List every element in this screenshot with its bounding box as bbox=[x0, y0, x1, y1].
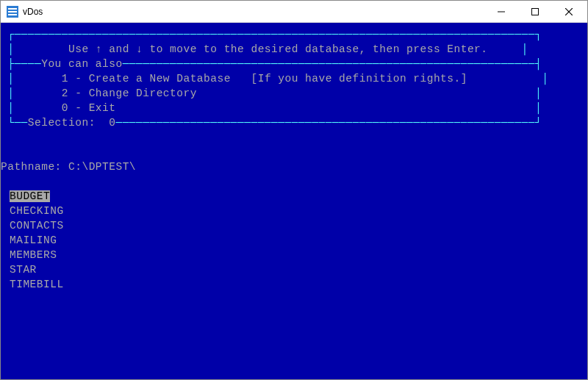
box-top: ┌───────────────────────────────────────… bbox=[1, 27, 587, 42]
maximize-button[interactable] bbox=[518, 1, 552, 23]
database-list[interactable]: BUDGET CHECKINGCONTACTSMAILINGMEMBERSSTA… bbox=[10, 189, 587, 292]
database-item[interactable]: STAR bbox=[10, 262, 587, 277]
database-item[interactable]: MEMBERS bbox=[10, 248, 587, 262]
option-row-3[interactable]: │ 0 - Exit │ bbox=[1, 101, 587, 115]
svg-rect-2 bbox=[8, 11, 17, 12]
database-item[interactable]: MAILING bbox=[10, 233, 587, 248]
database-item[interactable]: TIMEBILL bbox=[10, 277, 587, 292]
pathname-line: Pathname: C:\DPTEST\ bbox=[1, 159, 587, 174]
dos-screen: ┌───────────────────────────────────────… bbox=[1, 23, 587, 379]
box-bottom: └──Selection: 0─────────────────────────… bbox=[1, 115, 587, 130]
blank-3 bbox=[1, 174, 587, 189]
blank-1 bbox=[1, 130, 587, 145]
instruction-line: │ Use ↑ and ↓ to move to the desired dat… bbox=[1, 42, 587, 57]
database-item[interactable]: CHECKING bbox=[10, 204, 587, 218]
window-title: vDos bbox=[23, 7, 43, 17]
titlebar: vDos bbox=[1, 1, 587, 23]
option-row-1[interactable]: │ 1 - Create a New Database [If you have… bbox=[1, 71, 587, 86]
minimize-button[interactable] bbox=[484, 1, 518, 23]
close-button[interactable] bbox=[552, 1, 586, 23]
svg-rect-1 bbox=[8, 8, 17, 10]
pathname-value: C:\DPTEST\ bbox=[68, 161, 136, 173]
option-row-2[interactable]: │ 2 - Change Directory │ bbox=[1, 86, 587, 101]
blank-2 bbox=[1, 145, 587, 159]
box-sep: ├────You can also───────────────────────… bbox=[1, 57, 587, 71]
svg-rect-3 bbox=[8, 14, 17, 15]
database-item[interactable]: CONTACTS bbox=[10, 218, 587, 233]
app-icon bbox=[7, 6, 18, 18]
database-item[interactable]: BUDGET bbox=[10, 189, 587, 204]
svg-rect-5 bbox=[532, 8, 539, 15]
app-window: vDos ┌──────────────────────────────────… bbox=[0, 0, 588, 380]
